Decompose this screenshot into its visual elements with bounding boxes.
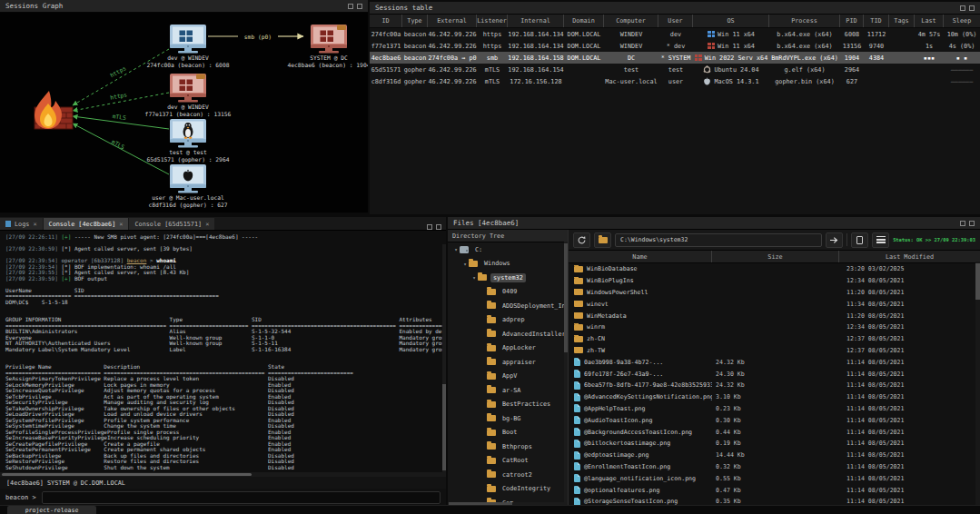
file-row[interactable]: WinMetadata11:20 08/05/2021 bbox=[569, 310, 980, 321]
session-row-c8df316d[interactable]: c8df316dgopher46.242.99.226mTLS172.16.15… bbox=[370, 75, 980, 87]
tree-item-boot[interactable]: Boot bbox=[448, 426, 568, 440]
maximize-icon[interactable] bbox=[969, 221, 975, 226]
folder-icon bbox=[574, 266, 583, 272]
file-row[interactable]: WindowsPowerShell11:20 08/05/2021 bbox=[569, 287, 980, 299]
column-header-user[interactable]: User bbox=[658, 15, 693, 27]
file-row[interactable]: @edptoastimage.png14.44 Kb11:14 08/05/20… bbox=[569, 450, 980, 461]
session-row-f77e1371[interactable]: f77e1371beacon46.242.99.226https192.168.… bbox=[370, 40, 980, 52]
tree-item-bthprops[interactable]: Bthprops bbox=[448, 440, 568, 454]
column-header-tid[interactable]: TID bbox=[864, 15, 889, 27]
expand-icon[interactable]: ▾ bbox=[452, 246, 460, 252]
column-header-os[interactable]: OS bbox=[693, 15, 769, 27]
popout-icon[interactable] bbox=[960, 5, 965, 11]
tab-console-4ec8bae6[interactable]: Console [4ec8bae6] × bbox=[44, 218, 129, 230]
tree-item-ar-sa[interactable]: ar-SA bbox=[448, 383, 568, 398]
column-header-size[interactable]: Size bbox=[712, 251, 839, 262]
tree-item-appraiser[interactable]: appraiser bbox=[448, 355, 568, 370]
column-header-last-modified[interactable]: Last Modified bbox=[839, 251, 980, 262]
popout-icon[interactable] bbox=[960, 221, 965, 226]
column-header-external[interactable]: External bbox=[428, 15, 477, 27]
maximize-icon[interactable] bbox=[969, 5, 975, 11]
refresh-button[interactable] bbox=[573, 232, 590, 248]
tree-item-appv[interactable]: AppV bbox=[448, 370, 568, 384]
console-output[interactable]: [27/09 22:26:11] [+] ----- New SMB pivot… bbox=[0, 231, 446, 472]
tree-item-catroot[interactable]: CatRoot bbox=[448, 454, 568, 469]
file-row[interactable]: 6bea57fb-8dfb-4177-9ae8-42e8b3525933...2… bbox=[569, 380, 980, 391]
file-row[interactable]: @language_notification_icon.png0.55 Kb11… bbox=[569, 472, 980, 484]
file-row[interactable]: @AdvancedKeySettingsNotification.png3.10… bbox=[569, 391, 980, 403]
maximize-icon[interactable] bbox=[436, 224, 441, 230]
path-input[interactable] bbox=[615, 233, 822, 247]
file-row[interactable]: @BackgroundAccessToastIcon.png0.44 Kb11:… bbox=[569, 426, 980, 438]
tree-item-codeintegrity[interactable]: CodeIntegrity bbox=[448, 482, 568, 497]
column-header-name[interactable]: Name bbox=[569, 251, 712, 262]
project-tab[interactable]: project-release bbox=[7, 506, 96, 514]
column-header-internal[interactable]: Internal bbox=[508, 15, 564, 27]
file-row[interactable]: @EnrollmentToastIcon.png0.32 Kb11:14 08/… bbox=[569, 461, 980, 473]
graph-node-linux[interactable]: test @ test 65d51571 (gopher) : 2964 bbox=[147, 119, 230, 163]
file-row[interactable]: @StorageSenseToastIcon.png0.35 Kb11:14 0… bbox=[569, 496, 980, 505]
command-input[interactable] bbox=[42, 491, 441, 504]
files-vertical-scrollbar[interactable] bbox=[975, 262, 980, 505]
column-header-computer[interactable]: Computer bbox=[604, 15, 658, 27]
close-icon[interactable]: × bbox=[119, 221, 123, 228]
file-row[interactable]: winevt11:34 08/05/2021 bbox=[569, 298, 980, 310]
file-row[interactable]: winrm12:34 08/05/2021 bbox=[569, 321, 980, 333]
column-header-listener[interactable]: Listener bbox=[477, 15, 508, 27]
sessions-graph-canvas[interactable]: smb (p0) https https mTLS mTLS bbox=[0, 13, 368, 213]
file-row[interactable]: WinBioDatabase23:20 03/02/2025 bbox=[569, 263, 980, 275]
file-row[interactable]: WinBioPlugIns12:34 08/05/2021 bbox=[569, 275, 980, 287]
file-row[interactable]: @AppHelpToast.png0.23 Kb11:14 08/05/2021 bbox=[569, 403, 980, 415]
tree-item-c-[interactable]: ▾C: bbox=[448, 242, 568, 257]
tree-item-label: AdvancedInstallers bbox=[500, 330, 569, 339]
file-row[interactable]: @AudioToastIcon.png0.30 Kb11:14 08/05/20… bbox=[569, 414, 980, 426]
expand-icon[interactable]: ▾ bbox=[461, 261, 469, 267]
node-sublabel: c8df316d (gopher) : 627 bbox=[148, 202, 227, 209]
close-icon[interactable]: × bbox=[205, 221, 209, 228]
column-header-tags[interactable]: Tags bbox=[889, 15, 915, 27]
maximize-icon[interactable] bbox=[357, 4, 362, 9]
column-header-last[interactable]: Last bbox=[915, 15, 944, 27]
graph-node-mac[interactable]: user @ Mac-user.local c8df316d (gopher) … bbox=[148, 164, 227, 209]
go-button[interactable] bbox=[826, 232, 843, 248]
tree-item-system32[interactable]: ▾system32 bbox=[448, 271, 568, 285]
tree-item-catroot2[interactable]: catroot2 bbox=[448, 468, 568, 482]
file-row[interactable]: zh-TW12:37 08/05/2021 bbox=[569, 345, 980, 357]
column-header-pid[interactable]: PID bbox=[840, 15, 864, 27]
column-header-process[interactable]: Process bbox=[769, 15, 840, 27]
column-header-id[interactable]: ID bbox=[370, 15, 402, 27]
vertical-scrollbar[interactable] bbox=[442, 244, 446, 472]
session-row-274fc00a[interactable]: 274fc00abeacon46.242.99.226https192.168.… bbox=[370, 28, 980, 40]
popout-icon[interactable] bbox=[348, 4, 353, 9]
file-row[interactable]: 0ae3b998-9a38-4b72-...24.32 Kb11:14 08/0… bbox=[569, 356, 980, 368]
popout-icon[interactable] bbox=[427, 224, 432, 230]
file-row[interactable]: @bitlockertoastimage.png0.19 Kb11:14 08/… bbox=[569, 438, 980, 450]
graph-node-windev-1[interactable]: dev @ WINDEV 274fc00a (beacon) : 6008 bbox=[147, 25, 230, 68]
tree-vertical-scrollbar[interactable] bbox=[564, 242, 568, 505]
tab-console-65d51571[interactable]: Console [65d51571] × bbox=[129, 218, 214, 230]
tree-item-advancedinstallers[interactable]: AdvancedInstallers bbox=[448, 327, 568, 341]
session-row-65d51571[interactable]: 65d51571gopher46.242.99.226mTLS192.168.1… bbox=[370, 64, 980, 75]
horizontal-scrollbar[interactable] bbox=[0, 472, 446, 477]
session-row-4ec8bae6[interactable]: 4ec8bae6beacon274fc00a → p0smb192.168.16… bbox=[370, 52, 980, 64]
tree-item-bg-bg[interactable]: bg-BG bbox=[448, 411, 568, 426]
upload-file-button[interactable] bbox=[851, 232, 868, 248]
list-view-button[interactable] bbox=[872, 232, 889, 248]
column-header-domain[interactable]: Domain bbox=[564, 15, 604, 27]
close-icon[interactable]: × bbox=[33, 221, 36, 228]
tree-item-0409[interactable]: 0409 bbox=[448, 285, 568, 300]
column-header-type[interactable]: Type bbox=[402, 15, 428, 27]
tree-item-adprep[interactable]: adprep bbox=[448, 313, 568, 328]
tree-item-windows[interactable]: ▾Windows bbox=[448, 257, 568, 272]
file-row[interactable]: zh-CN12:37 08/05/2021 bbox=[569, 333, 980, 345]
tree-item-applocker[interactable]: AppLocker bbox=[448, 341, 568, 356]
graph-node-dc[interactable]: SYSTEM @ DC 4ec8bae6 (beacon) : 1904 bbox=[288, 25, 369, 68]
file-row[interactable]: 69fe178f-26e7-43a9-...24.30 Kb11:14 08/0… bbox=[569, 368, 980, 380]
expand-icon[interactable]: ▾ bbox=[470, 274, 478, 281]
tree-item-addsdeployment-intern-[interactable]: ADDSDeployment_Intern... bbox=[448, 299, 568, 313]
tree-item-bestpractices[interactable]: BestPractices bbox=[448, 398, 568, 412]
tab-logs[interactable]: Logs × bbox=[0, 218, 43, 230]
file-row[interactable]: @optionalfeatures.png0.47 Kb11:14 08/05/… bbox=[569, 484, 980, 496]
up-folder-button[interactable] bbox=[594, 232, 611, 248]
column-header-sleep[interactable]: Sleep bbox=[944, 15, 980, 27]
